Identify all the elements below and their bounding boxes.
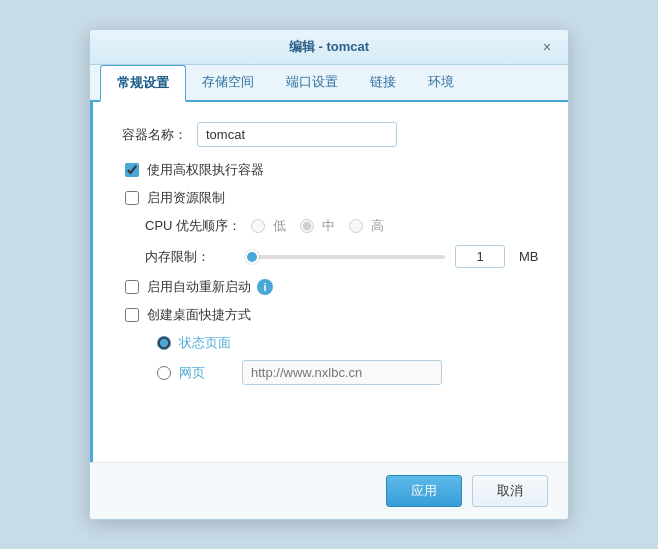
footer: 应用 取消 [90,462,568,519]
webpage-radio[interactable] [157,366,171,380]
memory-slider[interactable] [245,255,445,259]
tab-ports[interactable]: 端口设置 [270,65,354,102]
memory-slider-wrapper: MB [245,245,544,268]
status-page-label[interactable]: 状态页面 [179,334,234,352]
privileged-checkbox[interactable] [125,163,139,177]
cpu-mid-radio[interactable] [300,219,314,233]
status-page-row: 状态页面 [117,334,544,352]
resource-limit-label[interactable]: 启用资源限制 [147,189,225,207]
privileged-row: 使用高权限执行容器 [117,161,544,179]
apply-button[interactable]: 应用 [386,475,462,507]
title-bar: 编辑 - tomcat × [90,30,568,65]
memory-label: 内存限制： [145,248,235,266]
tab-links[interactable]: 链接 [354,65,412,102]
shortcut-row: 创建桌面快捷方式 [117,306,544,324]
tab-storage[interactable]: 存储空间 [186,65,270,102]
auto-restart-checkbox[interactable] [125,280,139,294]
info-icon[interactable]: i [257,279,273,295]
shortcut-checkbox[interactable] [125,308,139,322]
shortcut-label[interactable]: 创建桌面快捷方式 [147,306,251,324]
cancel-button[interactable]: 取消 [472,475,548,507]
cpu-high-label: 高 [371,217,384,235]
webpage-label[interactable]: 网页 [179,364,234,382]
cpu-mid-label: 中 [322,217,335,235]
resource-limit-row: 启用资源限制 [117,189,544,207]
memory-value-input[interactable] [455,245,505,268]
tab-environment[interactable]: 环境 [412,65,470,102]
content-area: 容器名称： 使用高权限执行容器 启用资源限制 CPU 优先顺序： 低 中 高 [90,102,568,462]
cpu-label: CPU 优先顺序： [145,217,241,235]
privileged-label[interactable]: 使用高权限执行容器 [147,161,264,179]
container-name-label: 容器名称： [117,126,187,144]
cpu-priority-row: CPU 优先顺序： 低 中 高 [117,217,544,235]
status-page-radio[interactable] [157,336,171,350]
dialog-title: 编辑 - tomcat [120,38,538,56]
cpu-radio-group: 低 中 高 [251,217,390,235]
tabs-bar: 常规设置 存储空间 端口设置 链接 环境 [90,65,568,102]
auto-restart-row: 启用自动重新启动 i [117,278,544,296]
cpu-high-radio[interactable] [349,219,363,233]
container-name-row: 容器名称： [117,122,544,147]
url-input[interactable] [242,360,442,385]
cpu-low-radio[interactable] [251,219,265,233]
cpu-low-label: 低 [273,217,286,235]
container-name-input[interactable] [197,122,397,147]
dialog: 编辑 - tomcat × 常规设置 存储空间 端口设置 链接 环境 容器名称：… [89,29,569,520]
memory-limit-row: 内存限制： MB [117,245,544,268]
auto-restart-label[interactable]: 启用自动重新启动 [147,278,251,296]
resource-limit-checkbox[interactable] [125,191,139,205]
close-button[interactable]: × [538,38,556,56]
tab-general[interactable]: 常规设置 [100,65,186,102]
memory-unit: MB [519,249,539,264]
webpage-row: 网页 [117,360,544,385]
